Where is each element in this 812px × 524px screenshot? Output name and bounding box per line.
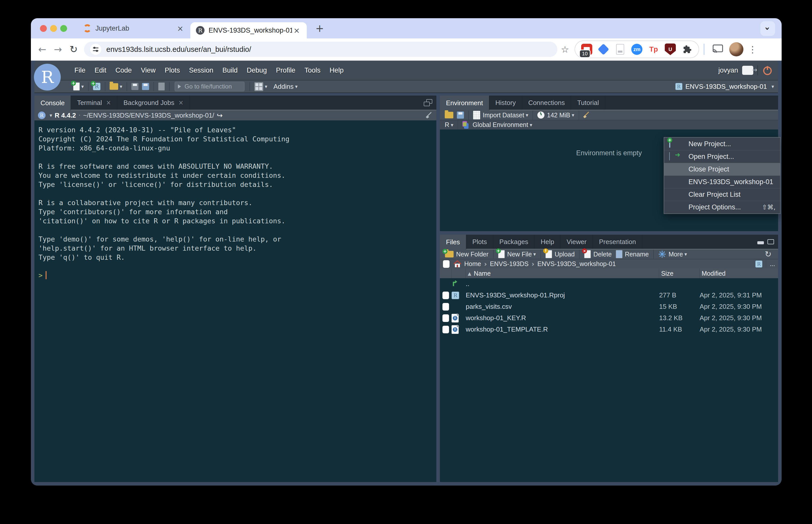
console-prompt-line[interactable]: > <box>38 271 434 279</box>
table-row[interactable]: R workshop-01_KEY.R 13.2 KB Apr 2, 2025,… <box>440 312 778 324</box>
breadcrumb-home[interactable]: Home <box>464 260 481 267</box>
new-tab-button[interactable]: + <box>313 22 326 34</box>
tab-rstudio[interactable]: R ENVS-193DS_workshop-01 · × <box>190 22 307 38</box>
save-all-button[interactable] <box>142 83 149 90</box>
tab-close-icon[interactable]: × <box>292 26 301 35</box>
menu-item-clear-project-list[interactable]: Clear Project List <box>664 188 780 201</box>
tab-jupyterlab[interactable]: JupyterLab × <box>78 18 190 38</box>
tab-viewer[interactable]: Viewer <box>560 235 593 249</box>
file-name[interactable]: parks_visits.csv <box>466 303 659 311</box>
minimize-window-button[interactable] <box>50 25 57 32</box>
calendar-extension-icon[interactable]: 10 <box>581 44 592 55</box>
menu-item-close-project[interactable]: Close Project <box>664 163 780 176</box>
table-row[interactable]: R workshop-01_TEMPLATE.R 11.4 KB Apr 2, … <box>440 324 778 335</box>
language-selector[interactable]: R▾ <box>445 121 453 129</box>
file-name[interactable]: ENVS-193DS_workshop-01.Rproj <box>466 291 659 299</box>
tab-history[interactable]: History <box>489 96 522 110</box>
breadcrumb-envs193ds[interactable]: ENVS-193DS <box>490 260 528 267</box>
project-selector-button[interactable]: R ENVS-193DS_workshop-01 ▾ <box>675 83 774 91</box>
menu-profile[interactable]: Profile <box>271 66 300 75</box>
menu-session[interactable]: Session <box>185 66 218 75</box>
select-all-checkbox[interactable] <box>443 260 449 268</box>
menu-item-recent-project[interactable]: ENVS-193DS_workshop-01 <box>664 176 780 188</box>
upload-button[interactable]: ↑Upload <box>545 250 575 258</box>
menu-build[interactable]: Build <box>218 66 242 75</box>
memory-usage-button[interactable]: 142 MiB ▾ <box>537 112 574 119</box>
menu-edit[interactable]: Edit <box>90 66 111 75</box>
clear-console-broom-icon[interactable] <box>424 112 433 119</box>
panes-layout-button[interactable]: ▾ <box>254 82 267 91</box>
menu-view[interactable]: View <box>137 66 160 75</box>
tab-terminal[interactable]: Terminal× <box>71 96 117 110</box>
tab-packages[interactable]: Packages <box>493 235 535 249</box>
ublock-extension-icon[interactable]: U <box>665 44 676 55</box>
power-button-icon[interactable] <box>762 65 773 76</box>
site-info-button[interactable] <box>90 44 101 55</box>
cast-icon[interactable] <box>713 45 723 54</box>
delete-button[interactable]: ×Delete <box>584 250 611 258</box>
console-output[interactable]: R version 4.4.2 (2024-10-31) -- "Pile of… <box>34 120 436 482</box>
open-in-new-icon[interactable]: ↪ <box>217 111 222 120</box>
menu-file[interactable]: File <box>70 66 90 75</box>
tab-background-jobs[interactable]: Background Jobs× <box>117 96 190 110</box>
tab-tutorial[interactable]: Tutorial <box>571 96 605 110</box>
close-window-button[interactable] <box>40 25 47 32</box>
new-folder-button[interactable]: +New Folder <box>445 251 489 258</box>
zoom-extension-icon[interactable]: zm <box>631 44 642 55</box>
row-checkbox[interactable] <box>443 303 449 311</box>
close-icon[interactable]: × <box>106 99 111 106</box>
row-checkbox[interactable] <box>443 326 449 333</box>
table-row[interactable]: R ENVS-193DS_workshop-01.Rproj 277 B Apr… <box>440 290 778 301</box>
new-file-button[interactable]: +▾ <box>73 82 84 91</box>
drive-extension-icon[interactable] <box>598 44 609 55</box>
more-path-button[interactable]: ... <box>766 260 775 267</box>
menu-item-new-project[interactable]: + New Project... <box>664 137 780 150</box>
more-button[interactable]: More▾ <box>658 250 687 258</box>
rename-button[interactable]: Rename <box>616 250 649 258</box>
row-checkbox[interactable] <box>443 314 449 322</box>
forward-button[interactable]: → <box>50 44 66 55</box>
tab-help[interactable]: Help <box>535 235 560 249</box>
open-file-button[interactable]: ▾ <box>110 83 122 90</box>
goto-file-function-input[interactable]: Go to file/function <box>175 82 244 91</box>
tab-search-button[interactable]: › <box>760 21 775 36</box>
bookmark-star-icon[interactable]: ☆ <box>561 44 569 55</box>
file-name[interactable]: workshop-01_KEY.R <box>466 314 659 322</box>
clear-environment-broom-icon[interactable] <box>582 111 590 119</box>
load-workspace-button[interactable] <box>445 112 453 118</box>
save-workspace-button[interactable] <box>457 112 464 119</box>
document-extension-icon[interactable] <box>615 44 626 55</box>
address-bar[interactable]: envs193ds.lsit.ucsb.edu/user/an_bui/rstu… <box>84 42 557 57</box>
maximize-pane-icon[interactable] <box>767 239 774 244</box>
tab-files[interactable]: Files <box>440 235 466 249</box>
import-dataset-button[interactable]: Import Dataset ▾ <box>473 111 528 119</box>
chevron-down-icon[interactable]: ▾ <box>50 112 52 118</box>
tab-close-icon[interactable]: × <box>176 24 185 33</box>
logout-icon[interactable] <box>742 66 753 75</box>
maximize-pane-icon[interactable] <box>424 99 432 106</box>
addins-button[interactable]: Addins▾ <box>271 83 298 91</box>
zoom-window-button[interactable] <box>60 25 67 32</box>
reload-button[interactable]: ↻ <box>66 44 81 55</box>
file-name[interactable]: workshop-01_TEMPLATE.R <box>466 326 659 333</box>
new-file-blank-button[interactable]: +New File▾ <box>498 250 536 258</box>
rproj-cube-icon[interactable]: R <box>755 261 762 267</box>
tab-console[interactable]: Console <box>34 96 71 110</box>
toggl-extension-icon[interactable]: Tp <box>648 44 659 55</box>
file-name[interactable]: .. <box>466 280 659 288</box>
profile-avatar[interactable] <box>729 42 744 56</box>
extensions-puzzle-icon[interactable] <box>681 44 692 55</box>
column-name[interactable]: ▲Name <box>466 268 659 278</box>
menu-code[interactable]: Code <box>111 66 137 75</box>
table-row[interactable]: parks_visits.csv 15 KB Apr 2, 2025, 9:30… <box>440 301 778 312</box>
close-icon[interactable]: × <box>178 99 184 106</box>
breadcrumb-workshop[interactable]: ENVS-193DS_workshop-01 <box>537 260 616 267</box>
minimize-pane-icon[interactable] <box>757 241 764 244</box>
table-row-up[interactable]: .. <box>440 278 778 290</box>
menu-item-project-options[interactable]: Project Options... ⇧⌘, <box>664 201 780 213</box>
tab-environment[interactable]: Environment <box>440 96 489 110</box>
scope-selector[interactable]: Global Environment ▾ <box>462 121 532 129</box>
home-icon[interactable] <box>453 260 462 268</box>
menu-debug[interactable]: Debug <box>242 66 272 75</box>
print-button[interactable] <box>158 82 165 91</box>
